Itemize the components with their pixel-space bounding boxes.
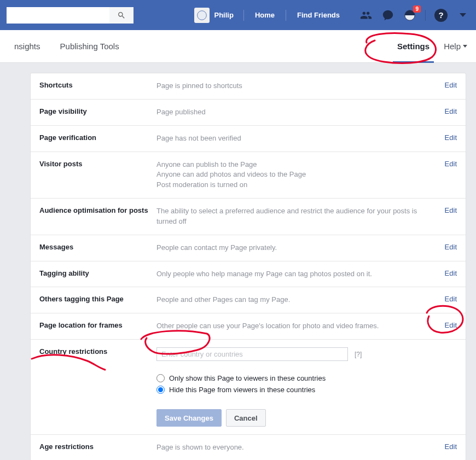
row-label: Messages bbox=[39, 243, 149, 251]
tab-publishing-tools[interactable]: Publishing Tools bbox=[50, 30, 129, 63]
search-input[interactable] bbox=[7, 7, 109, 24]
edit-link[interactable]: Edit bbox=[445, 160, 457, 168]
row-value: People can contact my Page privately. bbox=[156, 243, 437, 253]
save-changes-button[interactable]: Save Changes bbox=[156, 409, 222, 427]
row-label: Page location for frames bbox=[39, 321, 149, 329]
edit-link[interactable]: Edit bbox=[445, 133, 457, 142]
value-line: Anyone can add photos and videos to the … bbox=[156, 170, 437, 180]
edit-link[interactable]: Edit bbox=[445, 107, 457, 115]
tab-settings[interactable]: Settings bbox=[387, 30, 439, 63]
row-label: Country restrictions bbox=[39, 347, 149, 356]
topbar-icon-group: 9 ? bbox=[359, 9, 469, 22]
edit-link[interactable]: Edit bbox=[445, 81, 457, 89]
find-friends-link[interactable]: Find Friends bbox=[292, 8, 345, 22]
page-tab-bar: nsights Publishing Tools Settings Help bbox=[0, 30, 476, 63]
cancel-button[interactable]: Cancel bbox=[226, 409, 266, 427]
search-button[interactable] bbox=[109, 7, 133, 24]
notification-badge: 9 bbox=[413, 5, 421, 13]
row-value: Anyone can publish to the Page Anyone ca… bbox=[156, 160, 437, 191]
divider bbox=[425, 10, 426, 21]
search-icon bbox=[117, 11, 126, 20]
row-country-restrictions: Country restrictions [?] Only show this … bbox=[31, 340, 466, 435]
row-page-visibility: Page visibility Page published Edit bbox=[31, 100, 466, 126]
profile-name: Philip bbox=[214, 11, 233, 19]
account-dropdown-icon[interactable] bbox=[456, 9, 469, 22]
row-shortcuts: Shortcuts Page is pinned to shortcuts Ed… bbox=[31, 73, 466, 100]
row-value: The ability to select a preferred audien… bbox=[156, 206, 437, 227]
row-messages: Messages People can contact my Page priv… bbox=[31, 235, 466, 261]
row-label: Shortcuts bbox=[39, 81, 149, 89]
divider bbox=[243, 10, 244, 21]
settings-panel: Shortcuts Page is pinned to shortcuts Ed… bbox=[30, 73, 466, 460]
quick-help-icon[interactable]: ? bbox=[434, 9, 448, 22]
edit-link[interactable]: Edit bbox=[445, 442, 457, 451]
edit-link[interactable]: Edit bbox=[445, 269, 457, 277]
profile-link[interactable]: Philip bbox=[190, 8, 237, 23]
row-label: Audience optimisation for posts bbox=[39, 206, 149, 214]
value-line: Anyone can publish to the Page bbox=[156, 160, 437, 170]
avatar bbox=[194, 8, 210, 23]
edit-link[interactable]: Edit bbox=[445, 295, 457, 303]
row-page-verification: Page verification Page has not been veri… bbox=[31, 126, 466, 152]
row-value: Other people can use your Page's locatio… bbox=[156, 321, 437, 331]
row-value: People and other Pages can tag my Page. bbox=[156, 295, 437, 305]
home-link[interactable]: Home bbox=[249, 8, 280, 22]
edit-link[interactable]: Edit bbox=[445, 321, 457, 329]
help-hint[interactable]: [?] bbox=[355, 351, 362, 358]
notifications-icon[interactable]: 9 bbox=[403, 9, 416, 22]
help-dropdown[interactable]: Help bbox=[439, 30, 472, 63]
row-value: Page is pinned to shortcuts bbox=[156, 81, 437, 91]
row-label: Page visibility bbox=[39, 107, 149, 115]
radio-only-show[interactable]: Only show this Page to viewers in these … bbox=[156, 374, 457, 382]
radio-label: Hide this Page from viewers in these cou… bbox=[169, 386, 315, 394]
radio-hide[interactable]: Hide this Page from viewers in these cou… bbox=[156, 386, 457, 394]
row-label: Visitor posts bbox=[39, 160, 149, 168]
row-label: Tagging ability bbox=[39, 269, 149, 277]
radio-input[interactable] bbox=[156, 386, 165, 394]
row-label: Others tagging this Page bbox=[39, 295, 149, 303]
top-navigation: Philip Home Find Friends 9 ? bbox=[0, 0, 476, 30]
value-line: Post moderation is turned on bbox=[156, 180, 437, 190]
radio-label: Only show this Page to viewers in these … bbox=[169, 374, 326, 382]
edit-link[interactable]: Edit bbox=[445, 243, 457, 251]
row-tagging-ability: Tagging ability Only people who help man… bbox=[31, 261, 466, 288]
row-label: Age restrictions bbox=[39, 442, 149, 451]
tab-insights[interactable]: nsights bbox=[4, 30, 50, 63]
svg-point-0 bbox=[198, 10, 207, 20]
row-age-restrictions: Age restrictions Page is shown to everyo… bbox=[31, 435, 466, 460]
row-audience-optimisation: Audience optimisation for posts The abil… bbox=[31, 199, 466, 235]
visibility-radio-group: Only show this Page to viewers in these … bbox=[156, 374, 457, 394]
row-visitor-posts: Visitor posts Anyone can publish to the … bbox=[31, 152, 466, 199]
chevron-down-icon bbox=[463, 45, 467, 48]
country-input[interactable] bbox=[156, 347, 348, 361]
messages-icon[interactable] bbox=[381, 9, 394, 22]
search-box bbox=[7, 7, 133, 24]
radio-input[interactable] bbox=[156, 374, 165, 382]
row-value: Page published bbox=[156, 107, 437, 118]
row-value: Only people who help manage my Page can … bbox=[156, 269, 437, 280]
row-others-tagging: Others tagging this Page People and othe… bbox=[31, 287, 466, 313]
edit-link[interactable]: Edit bbox=[445, 206, 457, 214]
row-value: Page is shown to everyone. bbox=[156, 442, 437, 453]
friend-requests-icon[interactable] bbox=[359, 9, 373, 22]
row-value: Page has not been verified bbox=[156, 133, 437, 144]
divider bbox=[286, 10, 286, 21]
row-page-location-frames: Page location for frames Other people ca… bbox=[31, 313, 466, 340]
row-label: Page verification bbox=[39, 133, 149, 142]
help-label: Help bbox=[444, 42, 461, 51]
